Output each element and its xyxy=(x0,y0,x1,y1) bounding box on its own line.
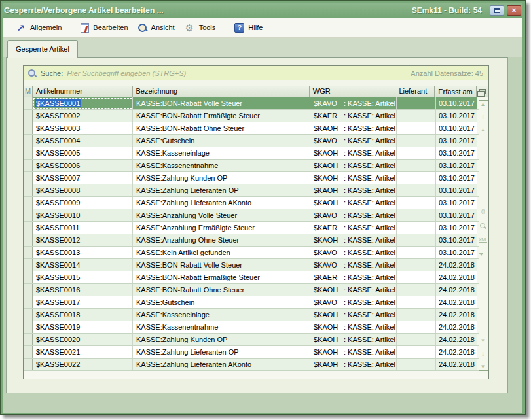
column-header-bezeichnung[interactable]: Bezeichnung xyxy=(133,86,310,97)
table-row[interactable]: $KASSE0019 KASSE:Kassenentnahme $KAOH: K… xyxy=(24,321,478,334)
erfasst-am-cell: 03.10.2017 xyxy=(436,135,478,147)
build-label: SEmk11 - Build: 54 xyxy=(412,6,482,15)
artikelnummer-cell: $KASSE0006 xyxy=(33,160,133,171)
row-marker-cell xyxy=(24,259,33,271)
resize-icon[interactable]: (I) xyxy=(479,207,488,215)
table-row[interactable]: $KASSE0020 KASSE:Zahlung Kunden OP $KAOH… xyxy=(24,334,478,346)
table-row[interactable]: $KASSE0018 KASSE:Kasseneinlage $KAOH: KA… xyxy=(24,309,478,321)
artikelnummer-cell: $KASSE0012 xyxy=(33,234,133,246)
erfasst-am-cell: 24.02.2018 xyxy=(436,346,478,358)
table-row[interactable]: $KASSE0011 KASSE:Anzahlung Ermäßigte Ste… xyxy=(24,222,478,234)
table-row[interactable]: $KASSE0010 KASSE:Anzahlung Volle Steuer … xyxy=(24,209,478,222)
artikelnummer-cell: $KASSE0010 xyxy=(33,209,133,221)
table-row[interactable]: $KASSE0022 KASSE:Zahlung Lieferanten AKo… xyxy=(24,359,478,371)
table-row[interactable]: $KASSE0002 KASSE:BON-Rabatt Ermäßigte St… xyxy=(24,110,478,122)
window-footer-area xyxy=(3,393,522,413)
bezeichnung-cell: KASSE:Kasseneinlage xyxy=(133,147,310,159)
tab-gesperrte-artikel[interactable]: Gesperrte Artikel xyxy=(7,40,78,58)
menu-item-icon xyxy=(81,23,89,33)
table-row[interactable]: $KASSE0005 KASSE:Kasseneinlage $KAOH: KA… xyxy=(24,147,478,160)
lieferant-cell xyxy=(397,110,436,122)
table-row[interactable]: $KASSE0009 KASSE:Zahlung Lieferanten AKo… xyxy=(24,197,478,209)
bezeichnung-cell: KASSE:Zahlung Kunden OP xyxy=(133,172,310,184)
triangle-down-icon[interactable]: ▼ xyxy=(479,337,488,345)
lieferant-cell xyxy=(397,209,436,221)
erfasst-am-cell: 03.10.2017 xyxy=(436,172,478,184)
column-header-lieferant[interactable]: Lieferant xyxy=(395,86,435,97)
xml-icon[interactable]: XML xyxy=(479,236,488,244)
menu-item-tools[interactable]: Tools xyxy=(180,20,226,35)
wgr-cell: $KAVO: KASSE: Artikel V xyxy=(310,259,397,271)
erfasst-am-cell: 03.10.2017 xyxy=(436,184,478,196)
scroll-top-icon[interactable]: ▲ xyxy=(479,100,488,108)
filter-icon[interactable] xyxy=(479,251,488,258)
row-marker-cell xyxy=(24,334,33,345)
restore-icon xyxy=(494,8,500,13)
restore-button[interactable] xyxy=(490,5,504,16)
triangle-up-icon[interactable]: ▲ xyxy=(479,126,488,134)
scroll-bottom-icon[interactable]: ▼ xyxy=(479,363,488,371)
grid-block: Suche: Anzahl Datensätze: 45 M Artikelnu… xyxy=(23,65,489,379)
erfasst-am-cell: 03.10.2017 xyxy=(436,197,478,209)
search-mini-icon[interactable] xyxy=(479,222,488,230)
table-row[interactable]: $KASSE0003 KASSE:BON-Rabatt Ohne Steuer … xyxy=(24,122,478,135)
table-row[interactable]: $KASSE0006 KASSE:Kassenentnahme $KAOH: K… xyxy=(24,160,478,172)
artikelnummer-cell: $KASSE0016 xyxy=(33,284,133,296)
grid-gap xyxy=(24,80,488,86)
window-title: Gesperrte/Verborgene Artikel bearbeiten … xyxy=(4,6,412,15)
column-options-button[interactable] xyxy=(477,86,488,97)
wgr-cell: $KAOH: KASSE: Artikel O xyxy=(310,334,397,345)
wgr-cell: $KAOH: KASSE: Artikel O xyxy=(310,147,397,159)
table-row[interactable]: $KASSE0013 KASSE:Kein Artikel gefunden $… xyxy=(24,247,478,259)
record-count: Anzahl Datensätze: 45 xyxy=(411,69,485,77)
wgr-cell: $KAER: KASSE: Artikel E xyxy=(310,271,397,283)
column-header-wgr[interactable]: WGR xyxy=(310,86,396,97)
table-row[interactable]: $KASSE0004 KASSE:Gutschein $KAVO: KASSE:… xyxy=(24,135,478,147)
menu-item-label: Ansicht xyxy=(151,24,175,31)
titlebar[interactable]: Gesperrte/Verborgene Artikel bearbeiten … xyxy=(3,3,522,18)
table-row[interactable]: $KASSE0014 KASSE:BON-Rabatt Volle Steuer… xyxy=(24,259,478,271)
table-row[interactable]: $KASSE0012 KASSE:Anzahlung Ohne Steuer $… xyxy=(24,234,478,247)
artikelnummer-cell: $KASSE0017 xyxy=(33,296,133,308)
menu-item-bearbeiten[interactable]: Bearbeiten xyxy=(77,21,133,35)
row-marker-cell xyxy=(24,147,33,159)
table-row[interactable]: $KASSE0017 KASSE:Gutschein $KAVO: KASSE:… xyxy=(24,296,478,309)
artikelnummer-cell: $KASSE0013 xyxy=(33,247,133,258)
table-row[interactable]: $KASSE0007 KASSE:Zahlung Kunden OP $KAOH… xyxy=(24,172,478,184)
table-row[interactable]: $KASSE0008 KASSE:Zahlung Lieferanten OP … xyxy=(24,184,478,197)
menu-item-hilfe[interactable]: Hilfe xyxy=(230,21,268,35)
artikelnummer-cell: $KASSE0002 xyxy=(33,110,133,122)
table-row[interactable]: $KASSE0021 KASSE:Zahlung Lieferanten OP … xyxy=(24,346,478,359)
close-button[interactable]: × xyxy=(507,5,521,16)
bezeichnung-cell: KASSE:Gutschein xyxy=(133,296,310,308)
artikelnummer-cell: $KASSE0004 xyxy=(33,135,133,147)
menu-item-ansicht[interactable]: Ansicht xyxy=(134,21,180,35)
wgr-cell: $KAVO: KASSE: Artikel V xyxy=(310,296,397,308)
row-marker-cell xyxy=(24,135,33,147)
wgr-cell: $KAOH: KASSE: Artikel O xyxy=(310,160,397,171)
menu-item-label: Bearbeiten xyxy=(93,24,128,31)
side-rail: ▲↑▲ (I)XML ▼↓▼ xyxy=(477,97,488,374)
artikelnummer-cell: $KASSE0011 xyxy=(33,222,133,234)
column-header-m[interactable]: M xyxy=(24,86,33,97)
wgr-cell: $KAOH: KASSE: Artikel O xyxy=(310,172,397,184)
lieferant-cell xyxy=(397,359,436,370)
search-bar: Suche: Anzahl Datensätze: 45 xyxy=(24,66,488,80)
erfasst-am-cell: 03.10.2017 xyxy=(436,122,478,134)
column-header-erfasst-am[interactable]: Erfasst am xyxy=(435,86,477,97)
artikelnummer-cell: $KASSE0021 xyxy=(33,346,133,358)
column-options-icon xyxy=(479,89,486,94)
table-row[interactable]: $KASSE0001 KASSE:BON-Rabatt Volle Steuer… xyxy=(24,97,478,110)
arrow-down-icon[interactable]: ↓ xyxy=(479,350,488,358)
wgr-cell: $KAOH: KASSE: Artikel O xyxy=(310,309,397,321)
table-row[interactable]: $KASSE0016 KASSE:BON-Rabatt Ohne Steuer … xyxy=(24,284,478,296)
arrow-up-icon[interactable]: ↑ xyxy=(479,113,488,121)
table-row[interactable]: $KASSE0015 KASSE:BON-Rabatt Ermäßigte St… xyxy=(24,271,478,284)
menu-item-allgemein[interactable]: Allgemein xyxy=(11,20,71,35)
wgr-cell: $KAOH: KASSE: Artikel O xyxy=(310,184,397,196)
row-marker-cell xyxy=(24,309,33,321)
column-header-artikelnummer[interactable]: Artikelnummer xyxy=(33,86,133,97)
bezeichnung-cell: KASSE:Zahlung Lieferanten AKonto xyxy=(133,197,310,209)
search-input[interactable] xyxy=(67,69,407,77)
lieferant-cell xyxy=(397,97,436,109)
